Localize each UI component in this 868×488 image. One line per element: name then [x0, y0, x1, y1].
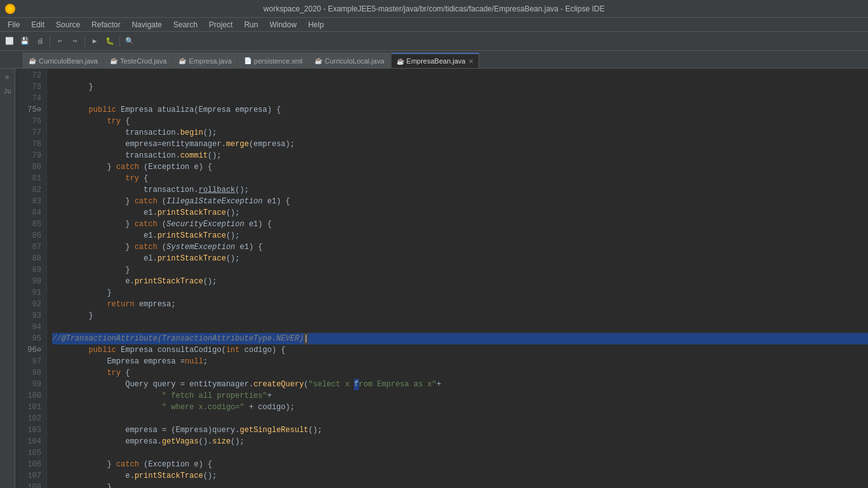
code-line-75: public Empresa atualiza(Empresa empresa)…	[52, 104, 868, 116]
line-84: 84	[20, 207, 41, 219]
line-79: 79	[20, 150, 41, 161]
code-line-81: try {	[52, 173, 868, 184]
menu-project[interactable]: Project	[204, 19, 238, 30]
menu-edit[interactable]: Edit	[26, 19, 50, 30]
line-90: 90	[20, 276, 41, 287]
code-line-105	[52, 447, 868, 459]
tab-label: CurriculoLocal.java	[325, 57, 384, 65]
menu-search[interactable]: Search	[168, 19, 203, 30]
code-line-100: " fetch all properties"+	[52, 390, 868, 402]
search-button[interactable]: 🔍	[123, 34, 137, 48]
tab-label: Empresa.java	[189, 57, 231, 65]
tab-curriculobean[interactable]: ☕ CurriculoBean.java	[23, 53, 104, 68]
code-line-84: e1.printStackTrace();	[52, 207, 868, 219]
code-line-98: try {	[52, 367, 868, 379]
menu-run[interactable]: Run	[239, 19, 263, 30]
code-line-78: empresa=entitymanager.merge(empresa);	[52, 139, 868, 150]
menu-window[interactable]: Window	[264, 19, 302, 30]
java-file-icon-4: ☕	[315, 57, 322, 64]
code-line-77: transaction.begin();	[52, 127, 868, 139]
code-line-80: } catch (Exception e) {	[52, 161, 868, 173]
window-title: workspace_2020 - ExampleJEE5-master/java…	[264, 4, 605, 13]
redo-button[interactable]: ↪	[68, 34, 82, 48]
tab-label: TesteCrud.java	[120, 57, 166, 65]
menu-navigate[interactable]: Navigate	[126, 19, 166, 30]
tab-empresabean[interactable]: ☕ EmpresaBean.java ✕	[391, 53, 479, 68]
line-74: 74	[20, 93, 41, 104]
tab-label: CurriculoBean.java	[39, 57, 98, 65]
toolbar-sep-2	[85, 36, 85, 47]
line-105: 105	[20, 447, 41, 459]
line-88: 88	[20, 253, 41, 264]
code-line-93: }	[52, 310, 868, 322]
menu-help[interactable]: Help	[303, 19, 329, 30]
line-87: 87	[20, 241, 41, 253]
line-96: 96⊖	[20, 344, 41, 356]
code-line-95: //@TransactionAttribute(TransactionAttri…	[52, 333, 868, 344]
undo-button[interactable]: ↩	[53, 34, 67, 48]
line-82: 82	[20, 184, 41, 196]
line-106: 106	[20, 459, 41, 470]
line-102: 102	[20, 413, 41, 424]
left-sidebar: ≡ Ju	[0, 69, 15, 488]
line-77: 77	[20, 127, 41, 139]
code-line-85: } catch (SecurityException e1) {	[52, 219, 868, 230]
new-button[interactable]: ⬜	[3, 34, 17, 48]
menu-bar: File Edit Source Refactor Navigate Searc…	[0, 18, 868, 32]
code-line-91: }	[52, 287, 868, 299]
save-button[interactable]: 💾	[18, 34, 32, 48]
code-line-96: public Empresa consultaCodigo(int codigo…	[52, 344, 868, 356]
code-line-79: transaction.commit();	[52, 150, 868, 161]
code-line-90: e.printStackTrace();	[52, 276, 868, 287]
line-103: 103	[20, 424, 41, 436]
eclipse-logo-icon	[5, 4, 15, 14]
line-89: 89	[20, 264, 41, 276]
code-line-76: try {	[52, 116, 868, 127]
code-line-86: e1.printStackTrace();	[52, 230, 868, 241]
code-line-107: e.printStackTrace();	[52, 470, 868, 482]
menu-refactor[interactable]: Refactor	[86, 19, 125, 30]
xml-file-icon: 📄	[244, 57, 252, 64]
code-line-92: return empresa;	[52, 299, 868, 310]
code-line-83: } catch (IllegalStateException e1) {	[52, 196, 868, 207]
sidebar-icon-1[interactable]: ≡	[1, 71, 14, 84]
toolbar: ⬜ 💾 🖨 ↩ ↪ ▶ 🐛 🔍	[0, 32, 868, 51]
sidebar-icon-2[interactable]: Ju	[1, 85, 14, 98]
print-button[interactable]: 🖨	[33, 34, 47, 48]
menu-source[interactable]: Source	[51, 19, 85, 30]
run-button[interactable]: ▶	[88, 34, 102, 48]
line-95: 95	[20, 333, 41, 344]
tab-testecrud[interactable]: ☕ TesteCrud.java	[104, 53, 172, 68]
line-100: 100	[20, 390, 41, 402]
code-line-102	[52, 413, 868, 424]
tab-label: EmpresaBean.java	[407, 57, 466, 65]
debug-button[interactable]: 🐛	[103, 34, 117, 48]
toolbar-sep-1	[50, 36, 50, 47]
tab-close-button[interactable]: ✕	[468, 58, 473, 65]
tab-curriculolocal[interactable]: ☕ CurriculoLocal.java	[309, 53, 390, 68]
code-line-88: el.printStackTrace();	[52, 253, 868, 264]
menu-file[interactable]: File	[3, 19, 25, 30]
code-line-73: }	[52, 81, 868, 93]
line-75: 75⊖	[20, 104, 41, 116]
code-line-108: }	[52, 482, 868, 488]
code-line-74	[52, 93, 868, 104]
code-line-97: Empresa empresa =null;	[52, 356, 868, 367]
code-line-99: Query query = entitymanager.createQuery(…	[52, 379, 868, 390]
line-78: 78	[20, 139, 41, 150]
line-86: 86	[20, 230, 41, 241]
code-line-94	[52, 322, 868, 333]
tab-persistence[interactable]: 📄 persistence.xml	[238, 53, 308, 68]
line-101: 101	[20, 402, 41, 413]
tab-empresa[interactable]: ☕ Empresa.java	[173, 53, 237, 68]
editor-area[interactable]: 72 73 74 75⊖ 76 77 78 79 80 81 82 83 84 …	[15, 69, 868, 488]
code-line-104: empresa.getVagas().size();	[52, 436, 868, 447]
line-93: 93	[20, 310, 41, 322]
line-91: 91	[20, 287, 41, 299]
code-content[interactable]: } public Empresa atualiza(Empresa empres…	[47, 69, 868, 488]
line-97: 97	[20, 356, 41, 367]
code-line-103: empresa = (Empresa)query.getSingleResult…	[52, 424, 868, 436]
code-line-101: " where x.codigo=" + codigo);	[52, 402, 868, 413]
line-76: 76	[20, 116, 41, 127]
code-line-87: } catch (SystemException e1) {	[52, 241, 868, 253]
